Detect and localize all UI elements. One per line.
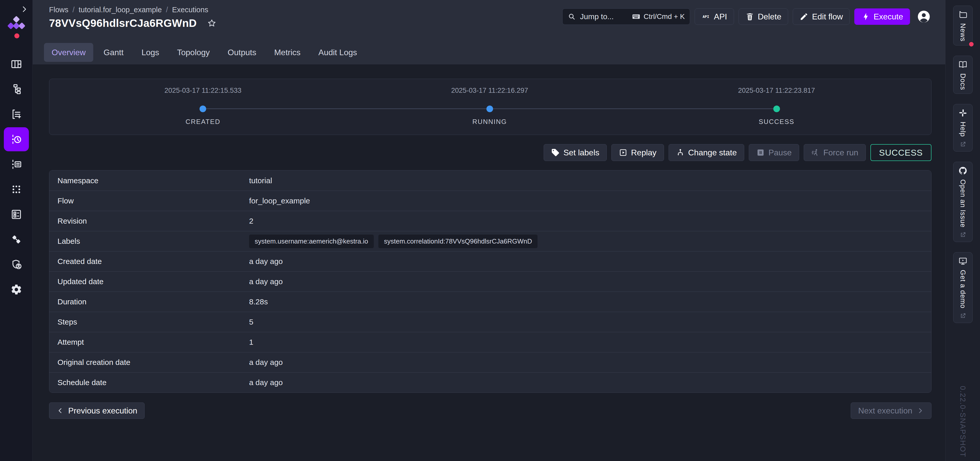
sidebar-item-apps[interactable] (0, 177, 33, 202)
row-label: Original creation date (49, 358, 249, 367)
sidebar-item-blueprints[interactable] (0, 202, 33, 227)
sidebar-item-list-add[interactable] (0, 102, 33, 127)
search-shortcut: Ctrl/Cmd + K (632, 12, 685, 21)
table-row-namespace: Namespace tutorial (49, 171, 931, 191)
api-icon (702, 12, 710, 21)
breadcrumb: Flows / tutorial.for_loop_example / Exec… (49, 6, 216, 14)
tab-metrics[interactable]: Metrics (266, 43, 308, 62)
rail-item-help[interactable]: Help (953, 104, 973, 152)
rail-item-label: Open an Issue (959, 179, 967, 228)
breadcrumb-executions[interactable]: Executions (172, 6, 208, 14)
jump-to-search[interactable]: Ctrl/Cmd + K (562, 8, 690, 25)
next-execution-button[interactable]: Next execution (851, 402, 931, 419)
logo-link[interactable] (0, 16, 32, 40)
sidebar-expand-icon[interactable] (20, 5, 29, 13)
rail-item-get-a-demo[interactable]: Get a demo (953, 252, 973, 323)
star-icon[interactable] (207, 18, 216, 28)
api-button[interactable]: API (695, 8, 734, 25)
breadcrumb-flow-id[interactable]: tutorial.for_loop_example (79, 6, 162, 14)
topbar-actions: Ctrl/Cmd + K API Delete Edit flow (562, 8, 931, 25)
rail-item-open-an-issue[interactable]: Open an Issue (953, 162, 973, 242)
tab-gantt[interactable]: Gantt (96, 43, 131, 62)
table-row-steps: Steps 5 (49, 312, 931, 332)
sidebar-item-dashboard[interactable] (0, 52, 33, 77)
pause-label: Pause (768, 148, 792, 158)
version-label: 0.22.0-SNAPSHOT (959, 386, 967, 458)
timeline-event-success: 2025-03-17 11:22:23.817 SUCCESS (697, 79, 856, 135)
kestra-app: Flows / tutorial.for_loop_example / Exec… (0, 0, 980, 461)
chevron-left-icon (56, 407, 64, 415)
pause-icon (756, 148, 765, 157)
api-button-label: API (714, 12, 727, 21)
sidebar-item-settings[interactable] (0, 277, 33, 302)
dots-grid-icon (11, 183, 22, 195)
timeline-timestamp: 2025-03-17 11:22:16.297 (410, 87, 569, 94)
kestra-logo (4, 16, 29, 40)
external-link-icon (959, 141, 966, 148)
content-area: 2025-03-17 11:22:15.533 CREATED 2025-03-… (33, 64, 945, 461)
row-label: Updated date (49, 277, 249, 286)
row-value: a day ago (249, 257, 283, 266)
topbar: Flows / tutorial.for_loop_example / Exec… (33, 0, 945, 40)
search-input[interactable] (579, 12, 628, 21)
rail-item-label: Get a demo (959, 270, 967, 308)
topbar-left: Flows / tutorial.for_loop_example / Exec… (49, 0, 216, 40)
search-shortcut-label: Ctrl/Cmd + K (644, 13, 685, 21)
tab-bar: Overview Gantt Logs Topology Outputs Met… (33, 40, 945, 64)
row-label: Steps (49, 317, 249, 326)
execution-details-table: Namespace tutorial Flow for_loop_example… (49, 170, 931, 393)
table-row-original-creation-date: Original creation date a day ago (49, 352, 931, 372)
rail-item-news[interactable]: News (953, 6, 973, 45)
label-chip-username: system.username:aemerich@kestra.io (249, 234, 374, 248)
row-label: Flow (49, 196, 249, 205)
table-row-flow: Flow for_loop_example (49, 191, 931, 211)
delete-button[interactable]: Delete (738, 8, 788, 25)
timeline-state-label: RUNNING (410, 118, 569, 126)
breadcrumb-flows[interactable]: Flows (49, 6, 68, 14)
sidebar-item-administration[interactable] (0, 252, 33, 277)
table-row-labels: Labels system.username:aemerich@kestra.i… (49, 231, 931, 251)
pause-button[interactable]: Pause (749, 144, 799, 161)
row-label: Namespace (49, 176, 249, 185)
set-labels-label: Set labels (563, 148, 599, 158)
search-icon (568, 13, 576, 21)
rail-item-label: Help (959, 122, 967, 137)
tab-audit-logs[interactable]: Audit Logs (311, 43, 364, 62)
sidebar-item-plugins[interactable] (0, 227, 33, 252)
trash-icon (746, 12, 754, 21)
set-labels-button[interactable]: Set labels (544, 144, 607, 161)
sidebar-item-logs[interactable] (0, 152, 33, 177)
run-icon (811, 148, 820, 157)
user-avatar[interactable] (916, 10, 931, 24)
github-icon (958, 166, 967, 175)
force-run-button[interactable]: Force run (804, 144, 866, 161)
tab-logs[interactable]: Logs (134, 43, 167, 62)
rail-item-docs[interactable]: Docs (953, 56, 973, 94)
replay-button[interactable]: Replay (611, 144, 664, 161)
execute-button-label: Execute (873, 12, 903, 21)
left-sidebar (0, 0, 33, 461)
execution-pagination: Previous execution Next execution (49, 402, 931, 419)
change-state-button[interactable]: Change state (668, 144, 744, 161)
row-label: Schedule date (49, 378, 249, 387)
external-link-icon (959, 313, 966, 319)
state-fork-icon (676, 148, 685, 157)
table-row-duration: Duration 8.28s (49, 292, 931, 312)
tab-overview[interactable]: Overview (44, 43, 93, 62)
row-label: Duration (49, 297, 249, 306)
sidebar-item-executions[interactable] (0, 127, 33, 152)
previous-execution-button[interactable]: Previous execution (49, 402, 145, 419)
edit-flow-button[interactable]: Edit flow (793, 8, 850, 25)
row-value: 2 (249, 217, 253, 225)
sidebar-nav (0, 52, 32, 302)
tab-outputs[interactable]: Outputs (220, 43, 264, 62)
timeline-dot-running (487, 105, 493, 112)
timeline-dot-success (773, 105, 780, 112)
sidebar-item-flows[interactable] (0, 77, 33, 102)
table-row-revision: Revision 2 (49, 211, 931, 231)
execute-button[interactable]: Execute (854, 8, 910, 25)
breadcrumb-separator: / (166, 6, 168, 14)
executions-clock-icon (11, 133, 22, 145)
row-value: a day ago (249, 277, 283, 286)
tab-topology[interactable]: Topology (169, 43, 217, 62)
